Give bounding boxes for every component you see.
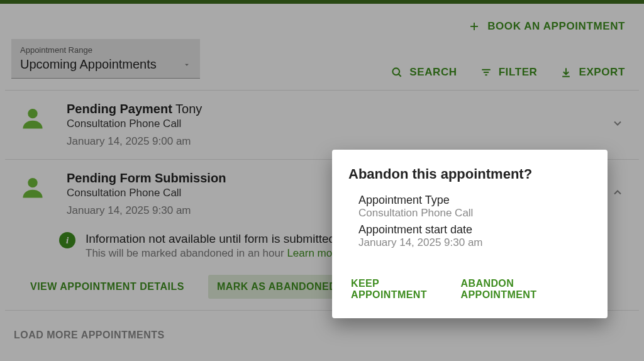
dialog-type-label: Appointment Type [358, 194, 592, 207]
abandon-dialog: Abandon this appointment? Appointment Ty… [332, 150, 608, 318]
dialog-title: Abandon this appointment? [348, 166, 592, 182]
keep-appointment-button[interactable]: KEEP APPOINTMENT [348, 274, 458, 304]
dialog-type-value: Consultation Phone Call [358, 207, 592, 219]
dialog-date-label: Appointment start date [358, 223, 592, 236]
abandon-appointment-button[interactable]: ABANDON APPOINTMENT [458, 274, 592, 304]
dialog-date-value: January 14, 2025 9:30 am [358, 236, 592, 249]
